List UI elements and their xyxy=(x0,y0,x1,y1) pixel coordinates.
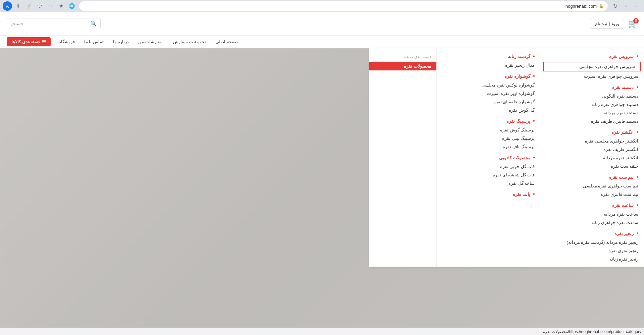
menu-item-ring-4[interactable]: حلقه ست نقره xyxy=(540,162,644,170)
status-bar: https://noghrehabi.com/product-category/… xyxy=(0,328,644,335)
dot-icon-9: • xyxy=(533,118,535,124)
nav-order-method[interactable]: نحوه ثبت سفارش xyxy=(172,39,207,44)
cart-badge: 0 xyxy=(633,18,639,23)
section-header-gift[interactable]: • محصولات کادویی xyxy=(437,153,540,162)
section-header-anklet[interactable]: • پابند نقره xyxy=(437,189,540,199)
section-header-bracelet[interactable]: • دستبند نقره xyxy=(540,82,644,92)
dot-icon-5: • xyxy=(636,202,638,208)
extensions-button[interactable]: ⚡ xyxy=(24,1,34,11)
status-url: https://noghrehabi.com/product-category/… xyxy=(543,329,641,334)
dot-icon-2: • xyxy=(636,84,638,90)
browser-chrome: ← → ↻ 🔒 noghrehabi.com 🌐 ★ □ 🛡 ⚡ ⇓ A xyxy=(0,0,644,12)
menu-item-ring-1[interactable]: انگشتر جواهری مجلسی نقره xyxy=(540,137,644,145)
section-label-gift: محصولات کادویی xyxy=(499,155,530,160)
shield-button[interactable]: 🛡 xyxy=(35,1,44,11)
section-header-chain[interactable]: • زنجیر نقره xyxy=(540,229,644,238)
uncategorized-label: دسته بندی نشده xyxy=(369,52,436,62)
cart-wrapper[interactable]: 🛒 0 xyxy=(628,19,637,28)
dropdown-left-panel: • سرویس نقره سرویس جواهری نقره مجلسی سرو… xyxy=(436,48,644,267)
menu-item-earring-2[interactable]: گوشواره آویز نقره اسپرت xyxy=(437,89,540,98)
section-label-bracelet: دستبند نقره xyxy=(612,85,634,90)
highlighted-wrapper: سرویس جواهری نقره مجلسی xyxy=(543,62,641,71)
main-area: • سرویس نقره سرویس جواهری نقره مجلسی سرو… xyxy=(0,48,644,335)
bookmark-button[interactable]: ★ xyxy=(56,1,66,11)
menu-item-watch-2[interactable]: ساعت نقره جواهری زنانه xyxy=(540,218,644,227)
nav-home[interactable]: صفحه اصلی xyxy=(214,39,239,44)
menu-item-halfset-1[interactable]: نیم ست جواهری نقره مجلسی xyxy=(540,182,644,190)
sub-col-right: • سرویس نقره سرویس جواهری نقره مجلسی سرو… xyxy=(540,52,644,263)
site-nav: صفحه اصلی نحوه ثبت سفارش سفارشات من دربا… xyxy=(0,36,644,48)
section-label-piercing: پرسینگ نقره xyxy=(506,119,530,124)
menu-item-bracelet-4[interactable]: دستبند فانتزی ظریف نقره xyxy=(540,117,644,125)
nav-buttons: ← → ↻ xyxy=(610,1,641,11)
section-header-watch[interactable]: • ساعت نقره xyxy=(540,201,644,210)
section-label-halfset: نیم ست نقره xyxy=(609,175,634,180)
menu-item-bracelet-2[interactable]: دستبند جواهری نقره زنانه xyxy=(540,100,644,109)
menu-item-piercing-2[interactable]: پرسینگ بینی نقره xyxy=(437,134,540,143)
menu-item-earring-3[interactable]: گوشواره حلقه ای نقره xyxy=(437,98,540,106)
menu-item-gift-3[interactable]: شاخه گل نقره xyxy=(437,179,540,187)
search-box: 🔍 جستجو xyxy=(7,18,101,29)
section-header-ring[interactable]: • انگشتر نقره xyxy=(540,127,644,137)
screenshot-button[interactable]: □ xyxy=(46,1,55,11)
menu-item-service-majlesi[interactable]: سرویس جواهری نقره مجلسی xyxy=(544,62,641,71)
dropdown-right-panel: دسته بندی نشده محصولات نقره xyxy=(369,48,436,267)
menu-item-necklace-1[interactable]: مدال زنجیر نقره xyxy=(437,61,540,69)
website: 🛒 0 ورود | ثبت‌نام 🔍 جستجو صفحه اصلی نحو… xyxy=(0,12,644,335)
nav-contact[interactable]: تماس با ما xyxy=(83,39,105,44)
menu-item-chain-1[interactable]: زنجیر نقره مردانه (گردنبند نقره مردانه) xyxy=(540,238,644,246)
menu-item-earring-1[interactable]: گوشواره لوکس نقره مجلسی xyxy=(437,81,540,89)
search-label: جستجو xyxy=(10,21,23,26)
search-input[interactable] xyxy=(25,21,88,26)
menu-item-bracelet-3[interactable]: دستبند نقره مردانه xyxy=(540,109,644,117)
section-header-necklace[interactable]: • گردنبند زنانه xyxy=(437,52,540,61)
translate-button[interactable]: 🌐 xyxy=(67,1,76,11)
menu-item-bracelet-1[interactable]: دستبند نقره النگویی xyxy=(540,92,644,100)
search-button[interactable]: 🔍 xyxy=(90,20,97,27)
menu-item-gift-1[interactable]: قاب گل چوبی نقره xyxy=(437,162,540,171)
refresh-button[interactable]: ↻ xyxy=(610,1,620,11)
nav-shop[interactable]: فروشگاه xyxy=(57,39,76,44)
section-header-piercing[interactable]: • پرسینگ نقره xyxy=(437,116,540,126)
dot-icon-10: • xyxy=(533,155,535,161)
dot-icon-8: • xyxy=(533,73,535,79)
login-button[interactable]: ورود | ثبت‌نام xyxy=(590,19,624,29)
address-bar[interactable]: 🔒 noghrehabi.com xyxy=(79,1,608,11)
menu-item-service-sport[interactable]: سرویس جواهری نقره اسپرت xyxy=(540,72,644,80)
section-header-service[interactable]: • سرویس نقره xyxy=(540,52,644,61)
nav-about[interactable]: درباره ما xyxy=(112,39,130,44)
menu-item-gift-2[interactable]: قاب گل شیشه ای نقره xyxy=(437,171,540,179)
dropdown-menu: • سرویس نقره سرویس جواهری نقره مجلسی سرو… xyxy=(369,48,644,267)
dot-icon-6: • xyxy=(636,230,638,236)
main-category-silver[interactable]: محصولات نقره xyxy=(369,62,436,70)
menu-item-chain-3[interactable]: زنجیر نقره زنانه xyxy=(540,255,644,263)
browser-actions: 🌐 ★ □ 🛡 ⚡ ⇓ A xyxy=(3,1,76,11)
section-label-earring: گوشواره نقره xyxy=(504,74,530,79)
back-button[interactable]: ← xyxy=(632,1,641,11)
download-button[interactable]: ⇓ xyxy=(13,1,23,11)
menu-item-piercing-1[interactable]: پرسینگ گوش نقره xyxy=(437,126,540,134)
nav-orders[interactable]: سفارشات من xyxy=(137,39,165,44)
section-label-service: سرویس نقره xyxy=(609,54,634,59)
hamburger-icon: ☰ xyxy=(42,39,46,44)
header-right: 🔍 جستجو xyxy=(7,18,101,29)
menu-item-ring-2[interactable]: انگشتر ظریف نقره xyxy=(540,145,644,154)
menu-item-chain-2[interactable]: زنجیر متری نقره xyxy=(540,246,644,255)
section-label-anklet: پابند نقره xyxy=(513,192,530,197)
menu-item-piercing-3[interactable]: پرسینگ ناف نقره xyxy=(437,143,540,151)
categories-label: دسته‌بندی کالاها xyxy=(11,39,40,44)
menu-item-halfset-2[interactable]: نیم ست فانتزی نقره xyxy=(540,190,644,199)
menu-item-earring-4[interactable]: گل گوش نقره xyxy=(437,106,540,114)
header-left: 🛒 0 ورود | ثبت‌نام xyxy=(590,19,637,29)
dot-icon-11: • xyxy=(533,191,535,197)
section-header-earring[interactable]: • گوشواره نقره xyxy=(437,71,540,81)
profile-avatar[interactable]: A xyxy=(3,1,12,11)
menu-item-watch-1[interactable]: ساعت نقره مردانه xyxy=(540,210,644,218)
menu-item-ring-3[interactable]: انگشتر نقره مردانه xyxy=(540,154,644,162)
categories-button[interactable]: ☰ دسته‌بندی کالاها xyxy=(7,37,51,46)
dot-icon-7: • xyxy=(533,53,535,59)
sub-categories-columns: • سرویس نقره سرویس جواهری نقره مجلسی سرو… xyxy=(437,52,644,263)
section-header-halfset[interactable]: • نیم ست نقره xyxy=(540,172,644,182)
lock-icon: 🔒 xyxy=(599,4,604,8)
forward-button[interactable]: → xyxy=(621,1,631,11)
